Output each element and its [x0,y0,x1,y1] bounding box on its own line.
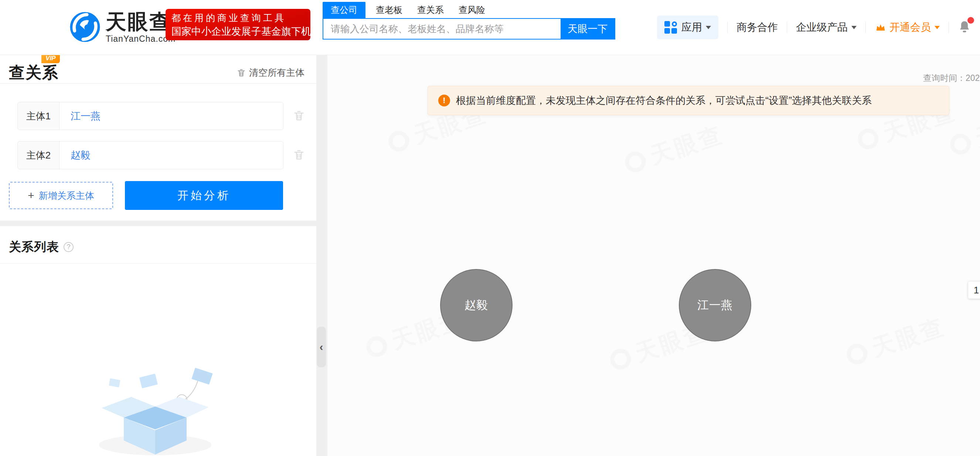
watermark: 天眼查 [946,101,980,162]
chevron-down-icon [935,26,940,29]
nav-divider [865,22,866,33]
plus-icon: + [28,189,34,202]
search-input[interactable] [323,19,561,39]
alert-message: 根据当前维度配置，未发现主体之间存在符合条件的关系，可尝试点击“设置”选择其他关… [456,94,872,107]
divider [0,263,316,264]
relation-graph-canvas[interactable]: 天眼查 天眼查 天眼查 天眼查 天眼查 天眼查 天眼查 查询时间：202 ! 根… [328,55,980,456]
search-box: 天眼一下 [323,18,615,40]
notification-badge [967,17,974,24]
promo-line2: 国家中小企业发展子基金旗下机构 [172,24,304,38]
query-time: 查询时间：202 [923,72,980,84]
section-separator [0,221,316,226]
trash-icon [237,68,246,78]
subject-row-2: 主体2 赵毅 [18,141,283,169]
add-subject-button[interactable]: + 新增关系主体 [9,182,113,209]
search-button[interactable]: 天眼一下 [561,19,614,39]
apps-label: 应用 [681,20,702,34]
promo-line1: 都在用的商业查询工具 [172,11,304,24]
notifications-button[interactable] [958,20,971,35]
graph-node-zhaoyi[interactable]: 赵毅 [440,269,512,342]
zoom-level-badge[interactable]: 1 [968,281,980,299]
logo-texts: 天眼查 TianYanCha.com [106,10,175,44]
nav-divider [948,22,949,33]
delete-subject2-icon[interactable] [293,149,305,161]
logo[interactable]: 天眼查 TianYanCha.com [69,10,175,44]
tianyancha-logo-icon [69,10,101,44]
nav-item-business[interactable]: 商务合作 [737,20,778,34]
tab-risk[interactable]: 查风险 [458,2,485,18]
watermark: 天眼查 [843,311,949,372]
tab-relation[interactable]: 查关系 [417,2,444,18]
panel-gutter [316,55,328,456]
brand-domain: TianYanCha.com [106,34,175,44]
subject2-value[interactable]: 赵毅 [59,141,283,169]
subject2-label: 主体2 [18,141,59,169]
delete-subject1-icon[interactable] [293,110,305,122]
search-area: 查公司 查老板 查关系 查风险 天眼一下 [323,2,615,40]
clear-all-button[interactable]: 清空所有主体 [237,67,304,79]
nav-divider [727,22,728,33]
tab-company[interactable]: 查公司 [323,2,366,18]
crown-icon [875,22,886,33]
vip-label: 开通会员 [889,20,931,34]
start-analysis-button[interactable]: 开始分析 [125,181,283,210]
no-relation-alert: ! 根据当前维度配置，未发现主体之间存在符合条件的关系，可尝试点击“设置”选择其… [428,86,949,115]
tab-boss[interactable]: 查老板 [376,2,402,18]
chevron-down-icon [706,26,711,29]
page-title: 查关系 [9,62,59,84]
search-tabs: 查公司 查老板 查关系 查风险 [323,2,615,18]
warning-icon: ! [438,95,450,106]
brand-name: 天眼查 [106,10,175,33]
apps-grid-icon [664,21,677,33]
collapse-sidebar-handle[interactable]: ‹ [317,327,326,367]
relation-sidebar: 查关系 VIP 清空所有主体 主体1 江一燕 主体2 赵毅 + 新增关系主体 开… [0,55,316,456]
nav-item-enterprise[interactable]: 企业级产品 [796,20,848,34]
chevron-down-icon [851,26,857,29]
empty-box-illustration [89,366,222,456]
add-subject-label: 新增关系主体 [39,189,94,202]
top-header: 天眼查 TianYanCha.com 都在用的商业查询工具 国家中小企业发展子基… [0,0,980,55]
subject1-value[interactable]: 江一燕 [59,102,283,130]
help-icon[interactable]: ? [64,242,73,252]
graph-node-jiangyiyan[interactable]: 江一燕 [679,269,751,342]
app-root: 天眼查 TianYanCha.com 都在用的商业查询工具 国家中小企业发展子基… [0,0,980,456]
promo-banner[interactable]: 都在用的商业查询工具 国家中小企业发展子基金旗下机构 [165,9,310,40]
subject1-label: 主体1 [18,102,59,130]
relation-list-header: 关系列表 ? [9,239,73,255]
clear-all-label: 清空所有主体 [249,67,304,79]
apps-menu-button[interactable]: 应用 [657,16,718,39]
subject-row-1: 主体1 江一燕 [18,102,283,130]
divider [0,83,316,84]
nav-divider [787,22,787,33]
chevron-left-icon: ‹ [320,341,323,353]
header-nav: 应用 商务合作 企业级产品 开通会员 [657,0,980,55]
nav-item-vip[interactable]: 开通会员 [875,20,940,34]
relation-list-title: 关系列表 [9,239,59,255]
watermark: 天眼查 [621,119,727,180]
